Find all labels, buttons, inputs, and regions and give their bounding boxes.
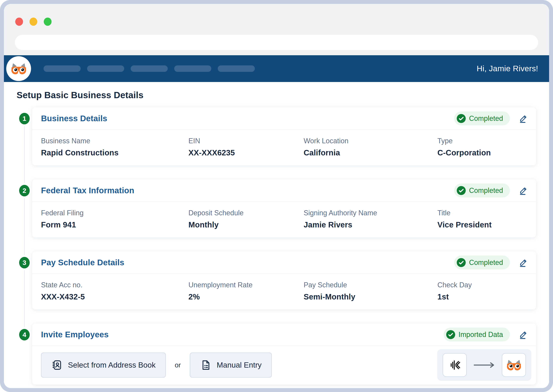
- nav-item-placeholder[interactable]: [87, 65, 124, 72]
- nav-item-placeholder[interactable]: [218, 65, 255, 72]
- check-circle-icon: [457, 114, 466, 123]
- owl-logo[interactable]: [6, 56, 31, 81]
- business-details-card: Business Details Completed Business Name: [32, 107, 536, 165]
- status-label: Completed: [469, 186, 503, 195]
- check-platform-tile: [443, 353, 467, 377]
- card-header: Federal Tax Information Completed: [32, 179, 536, 202]
- field-title: Title Vice President: [437, 209, 529, 229]
- owl-app-tile: [502, 353, 526, 377]
- select-address-book-button[interactable]: Select from Address Book: [41, 353, 166, 378]
- card-body: Federal Filing Form 941 Deposit Schedule…: [32, 202, 536, 237]
- step-number-badge: 4: [19, 329, 30, 340]
- section-invite-employees: 4 Invite Employees Imported Data: [17, 323, 536, 385]
- field-unemployment-rate: Unemployment Rate 2%: [189, 281, 304, 301]
- arrow-right-icon: [473, 362, 495, 369]
- check-circle-icon: [446, 330, 455, 339]
- edit-button[interactable]: [518, 113, 529, 124]
- card-header: Invite Employees Imported Data: [32, 323, 536, 346]
- step-badge-column: 2: [17, 179, 32, 237]
- close-button[interactable]: [15, 18, 23, 26]
- status-label: Completed: [469, 114, 503, 123]
- nav-menu: [43, 65, 255, 72]
- check-logo-icon: [448, 359, 461, 371]
- check-circle-icon: [457, 258, 466, 267]
- or-separator: or: [175, 361, 181, 369]
- traffic-lights: [15, 18, 52, 26]
- federal-tax-card: Federal Tax Information Completed Federa…: [32, 179, 536, 237]
- browser-window-frame: Hi, Jamie Rivers! Setup Basic Business D…: [0, 0, 553, 392]
- section-title: Pay Schedule Details: [41, 258, 124, 267]
- import-source-visual: [437, 349, 531, 381]
- field-federal-filing: Federal Filing Form 941: [41, 209, 189, 229]
- section-title: Business Details: [41, 114, 107, 123]
- manual-entry-label: Manual Entry: [217, 361, 262, 369]
- pencil-icon: [519, 330, 528, 339]
- section-title: Federal Tax Information: [41, 186, 134, 195]
- invite-actions: Select from Address Book or Manua: [32, 346, 536, 385]
- status-label: Imported Data: [458, 330, 503, 339]
- browser-chrome: [4, 4, 549, 55]
- select-address-book-label: Select from Address Book: [68, 361, 156, 369]
- pay-schedule-card: Pay Schedule Details Completed State Acc…: [32, 252, 536, 309]
- status-label: Completed: [469, 259, 503, 267]
- edit-button[interactable]: [518, 329, 529, 340]
- user-greeting: Hi, Jamie Rivers!: [477, 64, 538, 73]
- field-business-name: Business Name Rapid Constructions: [41, 137, 189, 157]
- owl-logo-icon: [506, 359, 522, 371]
- field-ein: EIN XX-XXX6235: [189, 137, 304, 157]
- status-badge: Completed: [454, 256, 510, 269]
- field-signing-authority: Signing Authority Name Jamie Rivers: [304, 209, 437, 229]
- owl-logo-icon: [11, 63, 27, 75]
- edit-button[interactable]: [518, 185, 529, 196]
- field-state-acc-no: State Acc no. XXX-X432-5: [41, 281, 189, 301]
- manual-entry-button[interactable]: Manual Entry: [190, 353, 272, 378]
- main-content: Setup Basic Business Details 1 Business …: [4, 82, 549, 388]
- field-deposit-schedule: Deposit Schedule Monthly: [189, 209, 304, 229]
- section-business-details: 1 Business Details Completed: [17, 107, 536, 165]
- nav-item-placeholder[interactable]: [174, 65, 211, 72]
- maximize-button[interactable]: [44, 18, 52, 26]
- step-badge-column: 3: [17, 252, 32, 309]
- manual-entry-icon: [200, 359, 211, 371]
- field-type: Type C-Corporation: [437, 137, 529, 157]
- edit-button[interactable]: [518, 257, 529, 268]
- address-bar[interactable]: [15, 35, 538, 50]
- step-number-badge: 1: [19, 113, 30, 124]
- invite-employees-card: Invite Employees Imported Data: [32, 323, 536, 385]
- section-title: Invite Employees: [41, 330, 109, 339]
- check-circle-icon: [457, 186, 466, 195]
- app-header: Hi, Jamie Rivers!: [4, 55, 549, 82]
- minimize-button[interactable]: [29, 18, 37, 26]
- nav-item-placeholder[interactable]: [43, 65, 81, 72]
- card-header: Pay Schedule Details Completed: [32, 252, 536, 274]
- step-number-badge: 2: [19, 185, 30, 196]
- address-book-icon: [51, 359, 63, 371]
- section-federal-tax: 2 Federal Tax Information Completed: [17, 179, 536, 237]
- card-body: Business Name Rapid Constructions EIN XX…: [32, 130, 536, 165]
- pencil-icon: [519, 186, 528, 195]
- step-badge-column: 4: [17, 323, 32, 385]
- step-number-badge: 3: [19, 257, 30, 268]
- step-badge-column: 1: [17, 107, 32, 165]
- section-pay-schedule: 3 Pay Schedule Details Completed: [17, 252, 536, 309]
- field-work-location: Work Location California: [304, 137, 437, 157]
- status-badge: Completed: [454, 112, 510, 125]
- pencil-icon: [519, 114, 528, 123]
- pencil-icon: [519, 258, 528, 267]
- status-badge: Imported Data: [444, 328, 510, 342]
- nav-item-placeholder[interactable]: [131, 65, 168, 72]
- status-badge: Completed: [454, 183, 510, 197]
- browser-window: Hi, Jamie Rivers! Setup Basic Business D…: [4, 4, 549, 388]
- card-body: State Acc no. XXX-X432-5 Unemployment Ra…: [32, 274, 536, 309]
- field-check-day: Check Day 1st: [437, 281, 529, 301]
- field-pay-schedule: Pay Schedule Semi-Monthly: [304, 281, 437, 301]
- page-title: Setup Basic Business Details: [17, 90, 536, 100]
- card-header: Business Details Completed: [32, 107, 536, 130]
